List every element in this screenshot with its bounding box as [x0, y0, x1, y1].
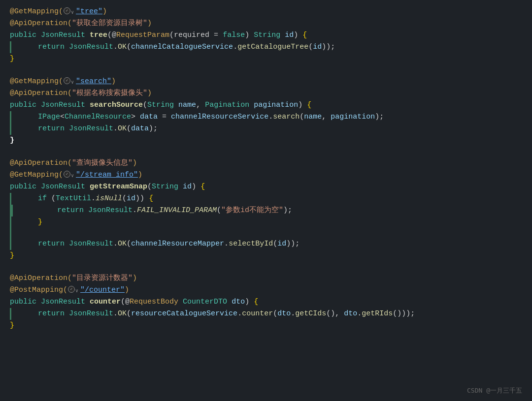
line-19: }: [10, 250, 522, 262]
line-12: @ApiOperation("查询摄像头信息"): [10, 157, 522, 169]
line-4: return JsonResult.OK(channelCatalogueSer…: [11, 41, 522, 53]
line-16: return JsonResult.FAIL_INVALID_PARAM("参数…: [13, 205, 522, 216]
line-18: return JsonResult.OK(channelResourceMapp…: [11, 238, 522, 250]
line-6: @GetMapping(∨"search"): [10, 76, 522, 88]
gap-3: [0, 263, 532, 272]
line-23: return JsonResult.OK(resourceCatalogueSe…: [11, 308, 522, 320]
line-17: }: [11, 216, 522, 228]
line-22: public JsonResult counter(@RequestBody C…: [10, 296, 522, 308]
line-15: if (TextUtil.isNull(id)) {: [11, 193, 522, 205]
line-2: @ApiOperation("获取全部资源目录树"): [10, 18, 522, 30]
line-11: }: [10, 135, 522, 147]
watermark: CSDN @一月三千五: [467, 386, 522, 396]
line-5: }: [10, 53, 522, 65]
line-1: @GetMapping(∨"tree"): [10, 6, 522, 18]
stream-section: @ApiOperation("查询摄像头信息") @GetMapping(∨"/…: [0, 156, 532, 263]
line-14: public JsonResult getStreamSnap(String i…: [10, 181, 522, 193]
line-13: @GetMapping(∨"/stream_info"): [10, 169, 522, 181]
line-10: return JsonResult.OK(data);: [11, 123, 522, 135]
line-24: }: [10, 320, 522, 332]
gap-1: [0, 66, 532, 75]
line-7: @ApiOperation("根据名称搜索摄像头"): [10, 88, 522, 99]
code-container: @GetMapping(∨"tree") @ApiOperation("获取全部…: [0, 0, 532, 401]
line-20: @ApiOperation("目录资源计数器"): [10, 273, 522, 284]
line-3: public JsonResult tree(@RequestParam(req…: [10, 30, 522, 41]
line-9: IPage<ChannelResource> data = channelRes…: [11, 111, 522, 123]
line-8: public JsonResult searchSource(String na…: [10, 99, 522, 111]
search-section: @GetMapping(∨"search") @ApiOperation("根据…: [0, 75, 532, 148]
gap-2: [0, 148, 532, 156]
line-21: @PostMapping(∨"/counter"): [10, 284, 522, 296]
tree-section: @GetMapping(∨"tree") @ApiOperation("获取全部…: [0, 5, 532, 66]
counter-section: @ApiOperation("目录资源计数器") @PostMapping(∨"…: [0, 272, 532, 333]
blank-1: [11, 228, 522, 238]
